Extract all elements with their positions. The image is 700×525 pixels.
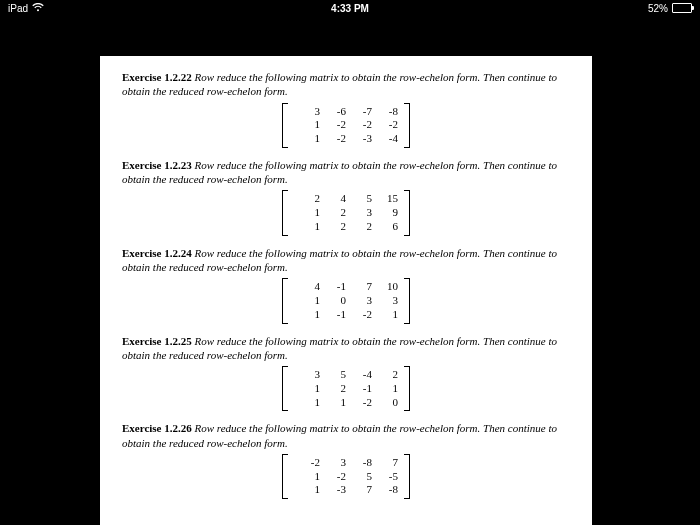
matrix-wrap: 3-6-7-8 1-2-2-2 1-2-3-4 bbox=[122, 103, 570, 148]
matrix-cell: -1 bbox=[346, 382, 372, 396]
matrix-row: 1-2-3-4 bbox=[294, 132, 398, 146]
matrix-rows: 2 4 5 15 1 2 3 9 1 2 2 6 bbox=[288, 190, 404, 235]
matrix-cell: 3 bbox=[294, 368, 320, 382]
matrix-rows: 4-1 7 10 1 0 3 3 1-1-2 1 bbox=[288, 278, 404, 323]
matrix-cell: 5 bbox=[346, 192, 372, 206]
exercise-prompt: Exercise 1.2.23 Row reduce the following… bbox=[122, 158, 570, 187]
exercise-prompt: Exercise 1.2.26 Row reduce the following… bbox=[122, 421, 570, 450]
exercise: Exercise 1.2.24 Row reduce the following… bbox=[122, 246, 570, 324]
matrix-cell: 1 bbox=[294, 118, 320, 132]
matrix-row: 1-2-2-2 bbox=[294, 118, 398, 132]
matrix-cell: 1 bbox=[294, 206, 320, 220]
matrix-cell: -8 bbox=[372, 483, 398, 497]
bracket-right-icon bbox=[404, 190, 410, 235]
exercise-prompt: Exercise 1.2.24 Row reduce the following… bbox=[122, 246, 570, 275]
matrix-cell: 1 bbox=[294, 220, 320, 234]
matrix-cell: -3 bbox=[320, 483, 346, 497]
matrix-row: 2 4 5 15 bbox=[294, 192, 398, 206]
matrix-cell: 15 bbox=[372, 192, 398, 206]
matrix-cell: 1 bbox=[294, 483, 320, 497]
matrix-rows: 3 5-4 2 1 2-1 1 1 1-2 0 bbox=[288, 366, 404, 411]
matrix-cell: 2 bbox=[320, 382, 346, 396]
matrix-row: 1-2 5-5 bbox=[294, 470, 398, 484]
exercise-prompt: Exercise 1.2.25 Row reduce the following… bbox=[122, 334, 570, 363]
matrix-cell: 3 bbox=[346, 294, 372, 308]
matrix-cell: 4 bbox=[294, 280, 320, 294]
matrix-cell: 0 bbox=[320, 294, 346, 308]
matrix-cell: 7 bbox=[346, 280, 372, 294]
exercise: Exercise 1.2.25 Row reduce the following… bbox=[122, 334, 570, 412]
matrix-row: -2 3-8 7 bbox=[294, 456, 398, 470]
matrix-cell: 1 bbox=[294, 470, 320, 484]
status-bar: iPad 4:33 PM 52% bbox=[0, 0, 700, 16]
matrix-cell: 7 bbox=[346, 483, 372, 497]
matrix-cell: 1 bbox=[294, 294, 320, 308]
matrix-cell: -2 bbox=[320, 132, 346, 146]
matrix-cell: -2 bbox=[346, 396, 372, 410]
matrix-cell: -4 bbox=[346, 368, 372, 382]
matrix-cell: -1 bbox=[320, 280, 346, 294]
matrix-cell: -2 bbox=[320, 470, 346, 484]
matrix-row: 1-1-2 1 bbox=[294, 308, 398, 322]
matrix-cell: 5 bbox=[320, 368, 346, 382]
exercise: Exercise 1.2.26 Row reduce the following… bbox=[122, 421, 570, 499]
matrix-cell: 3 bbox=[294, 105, 320, 119]
matrix: 3-6-7-8 1-2-2-2 1-2-3-4 bbox=[282, 103, 410, 148]
matrix-cell: 1 bbox=[372, 308, 398, 322]
matrix-cell: 2 bbox=[372, 368, 398, 382]
matrix-cell: 3 bbox=[346, 206, 372, 220]
bracket-right-icon bbox=[404, 103, 410, 148]
matrix-cell: 1 bbox=[372, 382, 398, 396]
matrix-row: 1 2 3 9 bbox=[294, 206, 398, 220]
matrix-row: 3 5-4 2 bbox=[294, 368, 398, 382]
matrix: 2 4 5 15 1 2 3 9 1 2 2 6 bbox=[282, 190, 410, 235]
matrix-cell: 2 bbox=[346, 220, 372, 234]
matrix-wrap: -2 3-8 7 1-2 5-5 1-3 7-8 bbox=[122, 454, 570, 499]
exercise-number: Exercise 1.2.22 bbox=[122, 71, 192, 83]
matrix-row: 3-6-7-8 bbox=[294, 105, 398, 119]
battery-pct: 52% bbox=[648, 3, 668, 14]
status-left: iPad bbox=[8, 3, 44, 14]
matrix-cell: 9 bbox=[372, 206, 398, 220]
exercise-list: Exercise 1.2.22 Row reduce the following… bbox=[122, 70, 570, 499]
matrix-cell: -8 bbox=[346, 456, 372, 470]
matrix-row: 1 2-1 1 bbox=[294, 382, 398, 396]
matrix-cell: 7 bbox=[372, 456, 398, 470]
matrix-cell: 2 bbox=[320, 206, 346, 220]
status-right: 52% bbox=[648, 3, 692, 14]
exercise-prompt: Exercise 1.2.22 Row reduce the following… bbox=[122, 70, 570, 99]
matrix-wrap: 3 5-4 2 1 2-1 1 1 1-2 0 bbox=[122, 366, 570, 411]
bracket-right-icon bbox=[404, 454, 410, 499]
matrix-cell: -6 bbox=[320, 105, 346, 119]
battery-icon bbox=[672, 3, 692, 13]
exercise-number: Exercise 1.2.23 bbox=[122, 159, 192, 171]
matrix-cell: 5 bbox=[346, 470, 372, 484]
exercise: Exercise 1.2.23 Row reduce the following… bbox=[122, 158, 570, 236]
matrix-cell: -2 bbox=[320, 118, 346, 132]
exercise-number: Exercise 1.2.25 bbox=[122, 335, 192, 347]
matrix-row: 4-1 7 10 bbox=[294, 280, 398, 294]
matrix-cell: 1 bbox=[294, 132, 320, 146]
matrix-rows: 3-6-7-8 1-2-2-2 1-2-3-4 bbox=[288, 103, 404, 148]
bracket-right-icon bbox=[404, 278, 410, 323]
matrix-row: 1-3 7-8 bbox=[294, 483, 398, 497]
matrix-cell: -8 bbox=[372, 105, 398, 119]
matrix-cell: -4 bbox=[372, 132, 398, 146]
matrix-cell: 1 bbox=[294, 308, 320, 322]
matrix-cell: 3 bbox=[320, 456, 346, 470]
matrix-cell: -5 bbox=[372, 470, 398, 484]
matrix-cell: 4 bbox=[320, 192, 346, 206]
matrix-cell: -1 bbox=[320, 308, 346, 322]
matrix-cell: -3 bbox=[346, 132, 372, 146]
matrix: -2 3-8 7 1-2 5-5 1-3 7-8 bbox=[282, 454, 410, 499]
matrix-cell: 10 bbox=[372, 280, 398, 294]
matrix-cell: 2 bbox=[320, 220, 346, 234]
matrix-cell: 1 bbox=[320, 396, 346, 410]
document-page: Exercise 1.2.22 Row reduce the following… bbox=[100, 56, 592, 525]
exercise: Exercise 1.2.22 Row reduce the following… bbox=[122, 70, 570, 148]
matrix-row: 1 0 3 3 bbox=[294, 294, 398, 308]
device-label: iPad bbox=[8, 3, 28, 14]
matrix-cell: -2 bbox=[346, 118, 372, 132]
matrix-row: 1 2 2 6 bbox=[294, 220, 398, 234]
matrix: 3 5-4 2 1 2-1 1 1 1-2 0 bbox=[282, 366, 410, 411]
